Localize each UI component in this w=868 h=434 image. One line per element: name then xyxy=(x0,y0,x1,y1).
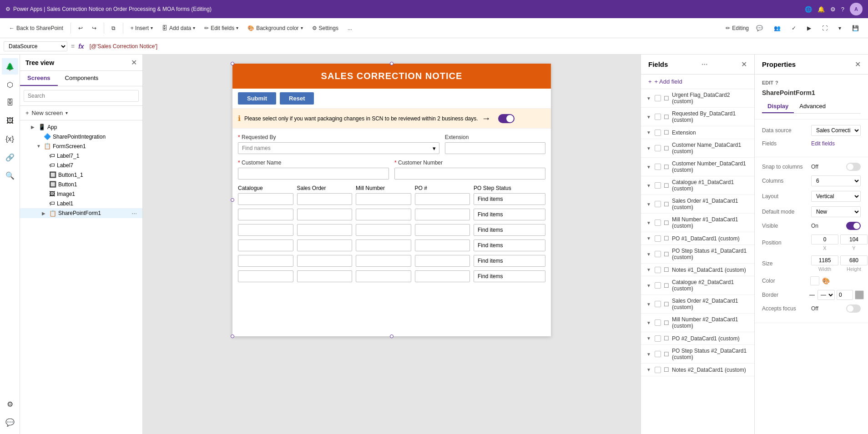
sales-order-input-1[interactable] xyxy=(297,193,353,205)
field-item[interactable]: ▼ ☐ PO #2_DataCard1 (custom) xyxy=(641,332,754,345)
field-checkbox-9[interactable] xyxy=(655,251,661,257)
edit-fields-button[interactable]: ✏ Edit fields ▾ xyxy=(201,23,242,33)
edit-fields-link[interactable]: Edit fields xyxy=(811,140,861,147)
field-item[interactable]: ▼ ☐ Mill Number #1_DataCard1 (custom) xyxy=(641,214,754,232)
po-input-3[interactable] xyxy=(415,224,470,236)
sidebar-close-button[interactable]: ✕ xyxy=(131,58,137,67)
tree-more-icon[interactable]: ··· xyxy=(131,210,137,217)
submit-button[interactable]: Submit xyxy=(238,92,276,105)
po-step-select-4[interactable]: Find items xyxy=(474,239,545,251)
accepts-focus-toggle[interactable] xyxy=(846,304,861,313)
field-checkbox-2[interactable] xyxy=(655,130,661,136)
field-item[interactable]: ▼ ☐ Requested By_DataCard1 (custom) xyxy=(641,108,754,126)
po-step-select-1[interactable]: Find items xyxy=(474,193,545,205)
background-color-button[interactable]: 🎨 Background color ▾ xyxy=(244,23,306,33)
tree-view-icon[interactable]: 🌲 xyxy=(2,58,18,75)
field-checkbox-15[interactable] xyxy=(655,351,661,357)
resize-handle-tm[interactable] xyxy=(390,62,394,65)
po-input-4[interactable] xyxy=(415,239,470,251)
comment-button[interactable]: 💬 xyxy=(752,23,767,33)
mill-number-input-3[interactable] xyxy=(356,224,411,236)
extension-input[interactable] xyxy=(445,142,545,154)
mill-number-input-1[interactable] xyxy=(356,193,411,205)
globe-icon[interactable]: 🌐 xyxy=(805,6,812,13)
fullscreen-button[interactable]: ⛶ xyxy=(818,23,831,33)
field-item[interactable]: ▼ ☐ PO #1_DataCard1 (custom) xyxy=(641,232,754,245)
formula-input[interactable] xyxy=(88,42,864,50)
fields-more-icon[interactable]: ··· xyxy=(701,60,707,69)
po-step-select-3[interactable]: Find items xyxy=(474,224,545,236)
size-height-input[interactable] xyxy=(840,255,868,265)
fields-close-button[interactable]: ✕ xyxy=(741,60,747,69)
field-checkbox-16[interactable] xyxy=(655,367,661,373)
props-tab-display[interactable]: Display xyxy=(762,100,794,113)
field-item[interactable]: ▼ ☐ Notes #2_DataCard1 (custom) xyxy=(641,364,754,376)
mill-number-input-4[interactable] xyxy=(356,239,411,251)
avatar[interactable]: A xyxy=(850,3,863,15)
field-checkbox-13[interactable] xyxy=(655,319,661,326)
tree-item-image1[interactable]: 🖼 Image1 xyxy=(20,189,142,199)
components-icon[interactable]: ⬡ xyxy=(2,76,18,93)
field-checkbox-12[interactable] xyxy=(655,301,661,307)
reset-button[interactable]: Reset xyxy=(280,92,314,105)
field-checkbox-4[interactable] xyxy=(655,164,661,170)
data-icon[interactable]: 🗄 xyxy=(2,95,18,111)
tree-item-label7-1[interactable]: 🏷 Label7_1 xyxy=(20,151,142,160)
settings-icon-top[interactable]: ⚙ xyxy=(830,6,836,13)
tree-item-sharepoint-integration[interactable]: 🔷 SharePointIntegration xyxy=(20,132,142,141)
props-close-button[interactable]: ✕ xyxy=(855,60,861,69)
more-toolbar-button[interactable]: ▾ xyxy=(835,23,845,33)
media-icon[interactable]: 🖼 xyxy=(2,113,18,129)
border-width-input[interactable] xyxy=(837,290,853,300)
field-item[interactable]: ▼ ☐ PO Step Status #2_DataCard1 (custom) xyxy=(641,345,754,364)
search-input[interactable] xyxy=(24,90,139,102)
tab-components[interactable]: Components xyxy=(58,71,106,86)
field-checkbox-1[interactable] xyxy=(655,114,661,120)
position-y-input[interactable] xyxy=(840,234,868,244)
sales-order-input-6[interactable] xyxy=(297,270,353,282)
customer-name-input[interactable] xyxy=(238,168,389,180)
add-field-button[interactable]: + + Add field xyxy=(641,75,754,89)
tree-item-button1[interactable]: 🔲 Button1 xyxy=(20,180,142,189)
layout-select[interactable]: Vertical xyxy=(811,191,861,202)
position-x-input[interactable] xyxy=(811,234,838,244)
po-step-select-5[interactable]: Find items xyxy=(474,255,545,267)
tree-item-app[interactable]: ▶ 📱 App xyxy=(20,122,142,132)
mill-number-input-2[interactable] xyxy=(356,209,411,220)
insert-button[interactable]: + Insert ▾ xyxy=(127,23,156,33)
field-item[interactable]: ▼ ☐ Customer Name_DataCard1 (custom) xyxy=(641,139,754,158)
border-color-swatch[interactable] xyxy=(855,290,864,299)
redo-button[interactable]: ↪ xyxy=(88,23,100,33)
tree-item-formscreen[interactable]: ▼ 📋 FormScreen1 xyxy=(20,141,142,151)
add-data-button[interactable]: 🗄 Add data ▾ xyxy=(158,23,199,33)
field-item[interactable]: ▼ ☐ Catalogue #1_DataCard1 (custom) xyxy=(641,176,754,195)
field-item[interactable]: ▼ ☐ Catalogue #2_DataCard1 (custom) xyxy=(641,276,754,295)
tree-item-button1-1[interactable]: 🔲 Button1_1 xyxy=(20,170,142,180)
field-item[interactable]: ▼ ☐ Sales Order #2_DataCard1 (custom) xyxy=(641,295,754,314)
user-share-button[interactable]: 👥 xyxy=(770,23,784,33)
undo-button[interactable]: ↩ xyxy=(75,23,86,33)
color-picker-icon[interactable]: 🎨 xyxy=(822,277,830,284)
requested-by-input[interactable] xyxy=(238,142,439,154)
variables-icon[interactable]: {x} xyxy=(2,131,18,147)
color-swatch[interactable] xyxy=(810,276,819,285)
mill-number-input-5[interactable] xyxy=(356,255,411,267)
search-rail-icon[interactable]: 🔍 xyxy=(2,167,18,184)
tree-item-sharepoint-form1[interactable]: ▶ 📋 SharePointForm1 ··· xyxy=(20,208,142,218)
field-checkbox-10[interactable] xyxy=(655,267,661,273)
props-help-icon[interactable]: ? xyxy=(775,80,778,85)
field-checkbox-6[interactable] xyxy=(655,201,661,207)
save-button[interactable]: 💾 xyxy=(848,23,863,33)
play-button[interactable]: ▶ xyxy=(803,23,815,33)
back-button[interactable]: ← Back to SharePoint xyxy=(5,23,67,33)
field-item[interactable]: ▼ ☐ Notes #1_DataCard1 (custom) xyxy=(641,264,754,276)
field-item[interactable]: ▼ ☐ Mill Number #2_DataCard1 (custom) xyxy=(641,314,754,332)
connections-icon[interactable]: 🔗 xyxy=(2,149,18,165)
sales-order-input-3[interactable] xyxy=(297,224,353,236)
more-button[interactable]: ... xyxy=(344,23,356,33)
field-checkbox-0[interactable] xyxy=(655,95,661,101)
mill-number-input-6[interactable] xyxy=(356,270,411,282)
snap-cols-toggle[interactable] xyxy=(846,163,861,171)
po-step-select-6[interactable]: Find items xyxy=(474,270,545,282)
default-mode-select[interactable]: New xyxy=(811,206,861,217)
